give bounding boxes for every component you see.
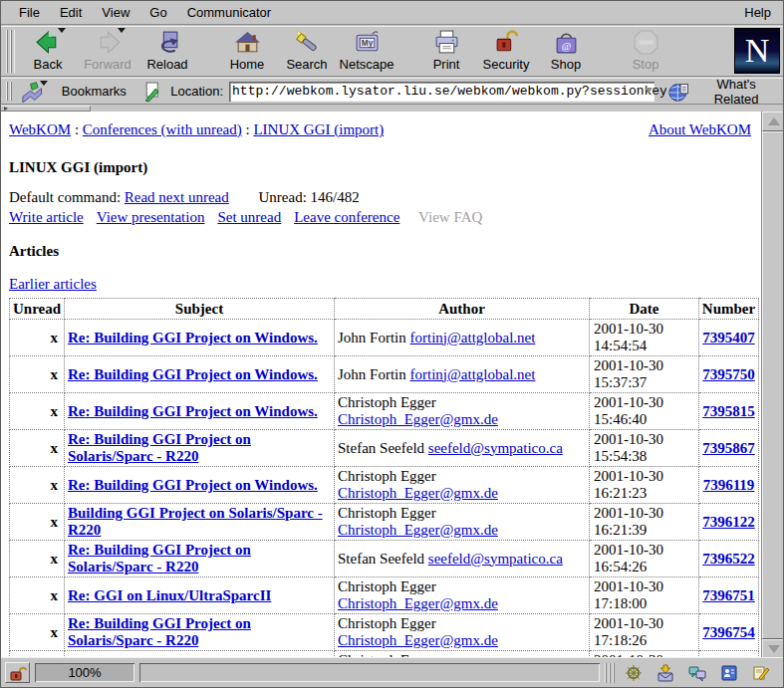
scroll-up-button[interactable] (762, 112, 784, 131)
menu-file[interactable]: File (9, 2, 50, 23)
security-button[interactable]: Security (476, 28, 536, 74)
article-number-link[interactable]: 7395867 (702, 440, 755, 456)
composer-icon (752, 664, 770, 682)
security-status-button[interactable] (5, 662, 30, 683)
set-unread-link[interactable]: Set unread (217, 209, 281, 225)
whats-related-button[interactable]: What's Related (662, 76, 783, 108)
table-row: x Re: Building GGI Project on Solaris/Sp… (10, 430, 759, 467)
article-number-link[interactable]: 7395750 (702, 366, 755, 382)
toolbar-button-label: Reload (146, 57, 187, 72)
view-presentation-link[interactable]: View presentation (97, 209, 205, 225)
write-article-link[interactable]: Write article (9, 209, 84, 225)
author-email-link[interactable]: fortinj@attglobal.net (410, 330, 536, 345)
unread-mark: x (10, 430, 65, 467)
page-content: WebKOM : Conferences (with unread) : LIN… (1, 112, 761, 659)
default-command-line: Default command: Read next unread Unread… (9, 189, 761, 206)
view-faq-disabled: View FAQ (418, 209, 482, 225)
subject-link[interactable]: Re: Building GGI Project on Windows. (68, 366, 318, 382)
breadcrumb: WebKOM : Conferences (with unread) : LIN… (1, 112, 761, 138)
expand-arrow-icon (4, 107, 8, 111)
history-dropdown-arrow-icon (118, 28, 126, 33)
home-button[interactable]: Home (217, 28, 277, 74)
header-unread: Unread (10, 299, 65, 320)
svg-text:@: @ (561, 41, 571, 52)
article-number-link[interactable]: 7396522 (702, 551, 755, 567)
home-icon (234, 29, 261, 56)
toolbar-grip[interactable] (6, 30, 15, 73)
unread-mark: x (10, 320, 65, 356)
author-email-link[interactable]: fortinj@attglobal.net (410, 366, 536, 382)
stop-button: Stop (616, 28, 675, 74)
component-bar-grip[interactable] (605, 663, 615, 683)
article-number-link[interactable]: 7395815 (702, 403, 755, 419)
article-number-link[interactable]: 7396119 (703, 477, 755, 493)
about-webkom-link[interactable]: About WebKOM (649, 121, 751, 138)
article-number-link[interactable]: 7395407 (702, 330, 755, 345)
breadcrumb-link[interactable]: WebKOM (9, 121, 71, 137)
subject-link[interactable]: Building GGI Project on Solaris/Sparc - … (68, 505, 323, 538)
menu-go[interactable]: Go (139, 2, 176, 23)
forward-button: Forward (78, 28, 137, 74)
subject-link[interactable]: Re: Building GGI Project on Windows. (68, 330, 318, 345)
menu-edit[interactable]: Edit (50, 2, 92, 23)
discussions-component-button[interactable] (687, 663, 707, 683)
search-button[interactable]: Search (277, 28, 337, 74)
url-dropdown-arrow-icon[interactable] (645, 88, 653, 94)
subject-link[interactable]: Re: Building GGI Project on Windows. (68, 477, 318, 493)
browser-window: FileEditViewGoCommunicator Help BackForw… (0, 0, 784, 688)
author-email-link[interactable]: seefeld@sympatico.ca (428, 440, 563, 456)
author-email-link[interactable]: Christoph_Egger@gmx.de (338, 632, 498, 648)
article-number-link[interactable]: 7396751 (702, 587, 755, 603)
reload-icon (154, 29, 181, 56)
menu-help[interactable]: Help (740, 2, 775, 23)
scroll-down-button[interactable] (762, 639, 784, 659)
author-email-link[interactable]: Christoph_Egger@gmx.de (338, 485, 498, 501)
menu-view[interactable]: View (92, 2, 139, 23)
leave-conference-link[interactable]: Leave conference (294, 209, 399, 225)
scrollbar-thumb[interactable] (762, 131, 784, 639)
author-name: Christoph Egger (338, 394, 436, 410)
composer-component-button[interactable] (751, 663, 771, 683)
author-email-link[interactable]: Christoph_Egger@gmx.de (338, 411, 498, 427)
subject-link[interactable]: Re: Building GGI Project on Solaris/Spar… (68, 542, 251, 574)
subject-link[interactable]: Re: Building GGI Project on Windows. (68, 403, 318, 419)
subject-link[interactable]: Re: GGI on Linux/UltraSparcII (68, 587, 271, 603)
mailbox-component-button[interactable] (655, 663, 675, 683)
bookmarks-button[interactable]: Bookmarks (62, 84, 127, 99)
print-button[interactable]: Print (416, 28, 476, 74)
author-name: Christoph Egger (338, 505, 436, 521)
breadcrumb-link[interactable]: LINUX GGI (import) (253, 121, 384, 137)
author-email-link[interactable]: Christoph_Egger@gmx.de (338, 522, 498, 538)
article-number-link[interactable]: 7396122 (702, 514, 755, 530)
author-email-link[interactable]: seefeld@sympatico.ca (428, 551, 563, 567)
breadcrumb-separator: : (242, 121, 254, 137)
netscape-button[interactable]: MyNetscape (337, 28, 396, 74)
shop-button[interactable]: @Shop (536, 28, 596, 74)
breadcrumb-link[interactable]: Conferences (with unread) (83, 121, 242, 137)
whats-related-globe-icon (668, 80, 690, 104)
location-toolbar-grip[interactable] (6, 82, 14, 101)
unread-mark: x (10, 356, 65, 393)
unread-mark: x (10, 541, 65, 577)
author-email-link[interactable]: Christoph_Egger@gmx.de (338, 595, 498, 611)
toolbar-button-label: Forward (84, 57, 131, 72)
reload-button[interactable]: Reload (137, 28, 197, 74)
navigator-component-button[interactable] (624, 663, 644, 683)
back-button[interactable]: Back (18, 28, 78, 74)
read-next-unread-link[interactable]: Read next unread (125, 189, 229, 205)
address-book-icon (720, 664, 738, 682)
earlier-articles-link[interactable]: Earlier articles (9, 276, 97, 292)
back-icon (35, 29, 62, 56)
address-book-component-button[interactable] (719, 663, 739, 683)
menu-communicator[interactable]: Communicator (177, 2, 282, 23)
subject-link[interactable]: Re: Building GGI Project on Solaris/Spar… (68, 615, 251, 648)
scroll-down-arrow-icon (768, 645, 780, 653)
article-number-link[interactable]: 7396754 (702, 624, 755, 640)
netscape-logo[interactable]: N (734, 28, 780, 74)
subject-link[interactable]: Re: Building GGI Project on Solaris/Spar… (68, 431, 251, 464)
vertical-scrollbar[interactable] (761, 112, 784, 659)
author-name: Stefan Seefeld (338, 440, 428, 456)
toolbar-button-label: Back (34, 57, 63, 72)
breadcrumb-links: WebKOM : Conferences (with unread) : LIN… (9, 121, 649, 138)
url-input[interactable] (232, 84, 666, 100)
